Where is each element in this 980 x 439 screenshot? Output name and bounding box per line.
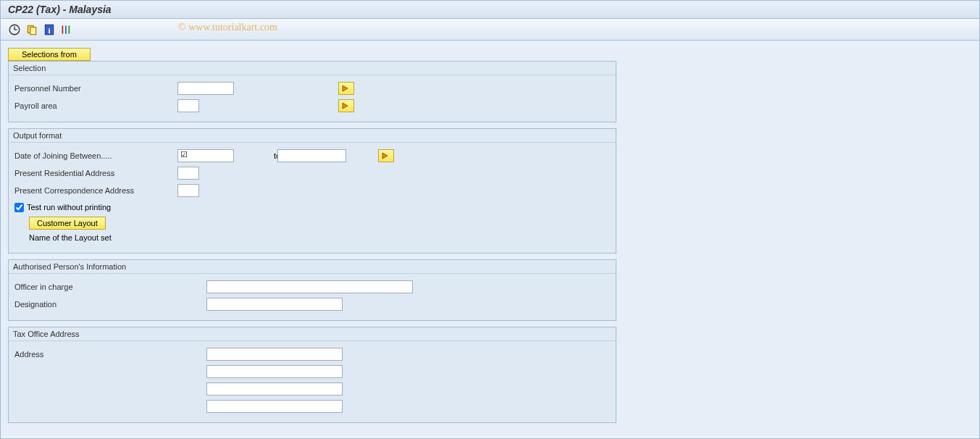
label-date-joining: Date of Joining Between..... [14,151,177,160]
date-multi-button[interactable] [378,149,394,162]
execute-icon[interactable] [8,23,21,36]
date-to-input[interactable] [277,149,346,162]
address-2-input[interactable] [206,365,343,378]
group-tax-office: Tax Office Address Address [8,327,616,423]
group-selection-title: Selection [9,62,616,75]
variant-icon[interactable] [25,23,38,36]
toolbar: i © www.tutorialkart.com [1,19,979,41]
payroll-area-multi-button[interactable] [338,99,354,112]
content-area: Selections from Selection Personnel Numb… [1,41,979,436]
address-1-input[interactable] [206,348,343,361]
customer-layout-button[interactable]: Customer Layout [29,217,106,230]
group-output-format: Output format Date of Joining Between...… [8,128,616,254]
selections-from-button[interactable]: Selections from [8,48,91,61]
info-icon[interactable]: i [43,23,56,36]
label-layout-name: Name of the Layout set [29,233,112,242]
present-correspondence-input[interactable] [177,184,199,197]
group-output-format-title: Output format [9,129,616,143]
designation-input[interactable] [206,298,343,311]
label-payroll-area: Payroll area [14,101,177,110]
label-officer: Officer in charge [14,283,206,291]
label-to: to [234,151,277,160]
label-present-correspondence: Present Correspondence Address [14,186,177,195]
group-tax-office-title: Tax Office Address [9,327,616,341]
label-personnel-number: Personnel Number [14,84,177,93]
present-residential-input[interactable] [177,167,199,180]
test-run-checkbox[interactable] [14,203,24,212]
address-4-input[interactable] [206,400,343,413]
payroll-area-input[interactable] [177,99,199,112]
group-authorised-title: Authorised Person's Information [9,260,616,274]
group-selection: Selection Personnel Number Payroll area [8,61,616,122]
personnel-number-input[interactable] [177,82,234,95]
watermark-text: © www.tutorialkart.com [178,22,277,33]
group-authorised: Authorised Person's Information Officer … [8,259,616,321]
svg-rect-4 [30,27,36,34]
date-from-input[interactable] [177,149,234,162]
label-designation: Designation [14,300,206,309]
officer-input[interactable] [206,280,413,293]
label-address: Address [14,350,206,359]
address-3-input[interactable] [206,382,343,396]
label-test-run: Test run without printing [27,203,111,212]
label-present-residential: Present Residential Address [14,169,177,177]
window-container: CP22 (Tax) - Malaysia i © www.tutorialka… [0,0,980,439]
window-title: CP22 (Tax) - Malaysia [8,4,112,15]
delimit-icon[interactable] [60,23,73,36]
title-bar: CP22 (Tax) - Malaysia [1,1,979,19]
svg-text:i: i [48,25,50,34]
personnel-number-multi-button[interactable] [338,82,354,95]
